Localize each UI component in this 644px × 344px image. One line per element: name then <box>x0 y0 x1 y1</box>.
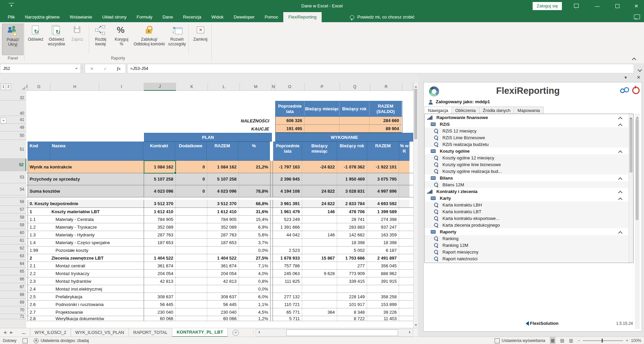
cell-wyk-3[interactable]: 356 045 <box>367 262 399 269</box>
cell-kod[interactable]: 2.4 <box>28 285 50 293</box>
cell-kod[interactable]: 1.99 <box>28 246 50 254</box>
cell-wyk-2[interactable]: 28 741 <box>337 216 367 223</box>
cell-plan-2[interactable]: 308 637 <box>207 293 239 300</box>
cell-wyk-3[interactable]: 274 398 <box>367 216 399 223</box>
new-sheet-icon[interactable]: + <box>232 330 239 336</box>
cell-wyk-pct[interactable] <box>399 285 409 293</box>
row-header-49[interactable]: 49 <box>0 124 26 131</box>
cell-wyk-0[interactable]: -1 797 163 <box>273 161 302 173</box>
menu-tab-flexireporting[interactable]: FlexiReporting <box>283 12 322 22</box>
formula-bar-splitter[interactable]: ⋮ <box>80 65 84 70</box>
row-header-61[interactable]: 61 <box>0 237 26 244</box>
cell-name[interactable]: Zlecenia zewnętrzne LBT <box>50 254 144 262</box>
panel-tab-nawigacja[interactable]: Nawigacja <box>424 107 452 114</box>
expand-formula-bar-icon[interactable] <box>638 67 641 72</box>
cell-wyk-2[interactable]: 2 833 784 <box>337 200 367 207</box>
cell-wyk-pct[interactable] <box>399 200 409 207</box>
tree-item-karta-kontraktu-lbh[interactable]: Karta kontraktu LBH <box>425 201 633 208</box>
cell-kod[interactable]: 2.1 <box>28 262 50 269</box>
cell-plan-0[interactable]: 308 637 <box>144 293 175 300</box>
cell-wyk-3[interactable]: 18 398 <box>367 239 399 246</box>
row-header-62[interactable]: 62 <box>0 244 26 252</box>
row-header-56[interactable]: 56 <box>0 198 26 206</box>
tree-item-raporty[interactable]: Raporty <box>425 228 633 235</box>
cell-wyk-0[interactable] <box>273 239 302 246</box>
sign-in-button[interactable]: Zaloguj się <box>533 2 562 10</box>
column-header-g[interactable]: G <box>28 83 50 91</box>
cell-plan-1[interactable] <box>175 231 207 238</box>
column-header-j[interactable]: J <box>144 83 176 91</box>
cell-plan-1[interactable] <box>175 216 207 223</box>
tree-item-kontrakty-i-zlecenia[interactable]: Kontrakty i zlecenia <box>425 188 633 195</box>
tree-item-raportowanie-finansowe[interactable]: Raportowanie finansowe <box>425 114 633 121</box>
table-row-70[interactable]: 2.7Projektowanie230 040230 0404,5%65 771… <box>26 308 413 316</box>
cell-wyk-1[interactable] <box>302 262 337 269</box>
zoom-slider-handle[interactable] <box>602 339 603 343</box>
cell-plan-3[interactable]: 78,8% <box>239 185 270 197</box>
name-box[interactable]: J52 <box>0 64 81 73</box>
cell-wyk-2[interactable]: 1 703 666 <box>337 254 367 262</box>
cell-wyk-3[interactable] <box>367 285 399 293</box>
cell-plan-3[interactable]: 3,7% <box>239 239 270 246</box>
cell-wyk-2[interactable]: 3 028 831 <box>337 185 367 197</box>
cell-plan-2[interactable]: 5 107 258 <box>207 173 239 185</box>
cell-kod[interactable]: 2.3 <box>28 277 50 285</box>
column-header-n[interactable]: N <box>272 83 275 91</box>
cell-plan-3[interactable]: 5,6% <box>239 231 270 238</box>
tree-item-bilans[interactable]: Bilans <box>425 175 633 181</box>
cell-wyk-0[interactable]: 2 523 <box>273 246 302 254</box>
zablokuj-odblokuj-kom-rki-button[interactable]: Zablokuj/ Odblokuj komórki <box>132 24 167 55</box>
cell-name[interactable]: Prefabrykacja <box>50 293 144 300</box>
cell-wyk-0[interactable]: 757 786 <box>273 262 302 269</box>
menu-tab-dane[interactable]: Dane <box>157 12 178 22</box>
cell-name[interactable]: 0. Koszty bezpośrednie <box>28 200 144 207</box>
cell-wyk-1[interactable]: 146 <box>302 208 337 215</box>
cell-wyk-3[interactable]: 3 075 795 <box>367 173 399 185</box>
scroll-down-icon[interactable] <box>415 324 417 327</box>
cell-plan-3[interactable]: 21,2% <box>239 161 270 173</box>
cell-wyk-1[interactable] <box>302 293 337 300</box>
cell-kod[interactable]: 2 <box>28 254 50 262</box>
cell-name[interactable]: Projektowanie <box>50 308 144 316</box>
tree-item-koszty-og-lne[interactable]: Koszty ogólne <box>425 148 633 154</box>
tree-item-rzis-12-miesi-cy[interactable]: RZiS 12 miesięcy <box>425 127 633 134</box>
cell-wyk-2[interactable]: 277 <box>337 262 367 269</box>
column-header-h[interactable]: H <box>50 83 99 91</box>
column-header-clipped[interactable] <box>402 83 413 91</box>
cell-plan-1[interactable] <box>175 246 207 254</box>
zamknij-button[interactable]: ✕Zamknij <box>190 24 211 55</box>
cell-plan-0[interactable] <box>144 285 175 293</box>
cell-wyk-1[interactable] <box>302 223 337 231</box>
od-wie-button[interactable]: ↻Odśwież <box>25 24 46 55</box>
table-row-62[interactable]: 1.99Pozostałe koszty0,0%2 5235 0026 187 <box>26 246 413 254</box>
table-row-63[interactable]: 2Zlecenia zewnętrzne LBT1 404 5221 404 5… <box>26 254 413 262</box>
pane-scroll-up-icon[interactable] <box>636 116 639 118</box>
cell-wyk-pct[interactable] <box>399 262 409 269</box>
display-settings-label[interactable]: Ustawienia wyświetlania <box>502 337 545 344</box>
cell-name[interactable]: Montaż tryskaczy <box>50 270 144 277</box>
cell-wyk-1[interactable]: 364 <box>302 308 337 316</box>
tree-item-raport-miesi-czny[interactable]: Raport miesięczny <box>425 249 633 255</box>
saldo-cell[interactable]: 606 326 <box>276 117 305 125</box>
cell-wyk-pct[interactable] <box>399 239 409 246</box>
cell-plan-3[interactable]: 0,0% <box>239 246 270 254</box>
cell-wyk-3[interactable]: 391 915 <box>367 277 399 285</box>
cell-wyk-1[interactable]: 9 628 <box>302 270 337 277</box>
row-header-54[interactable]: 54 <box>0 183 26 195</box>
pane-options-icon[interactable]: ▾ <box>624 75 627 80</box>
horizontal-scroll-thumb[interactable] <box>286 330 398 336</box>
cell-wyk-2[interactable]: 8 348 <box>337 308 367 316</box>
cell-plan-3[interactable]: 0,0% <box>239 285 270 293</box>
cell-wyk-pct[interactable] <box>399 161 409 173</box>
zoom-in-icon[interactable]: + <box>626 337 628 344</box>
table-row-56[interactable]: 0. Koszty bezpośrednie3 512 3703 512 370… <box>26 200 413 208</box>
rozbij-kwot-button[interactable]: ↗↘Rozbij kwotę <box>90 24 111 55</box>
cell-name[interactable]: Wynik na kontrakcie <box>28 161 144 173</box>
cell-plan-3[interactable]: 6,0% <box>239 293 270 300</box>
tree-item-ranking[interactable]: Ranking <box>425 235 633 242</box>
cell-wyk-0[interactable]: 1 391 666 <box>273 223 302 231</box>
cell-wyk-0[interactable]: 1 961 479 <box>273 208 302 215</box>
cell-wyk-3[interactable]: 358 258 <box>367 293 399 300</box>
tree-item-bilans-12m[interactable]: Bilans 12M <box>425 181 633 188</box>
cell-plan-1[interactable] <box>175 316 207 321</box>
